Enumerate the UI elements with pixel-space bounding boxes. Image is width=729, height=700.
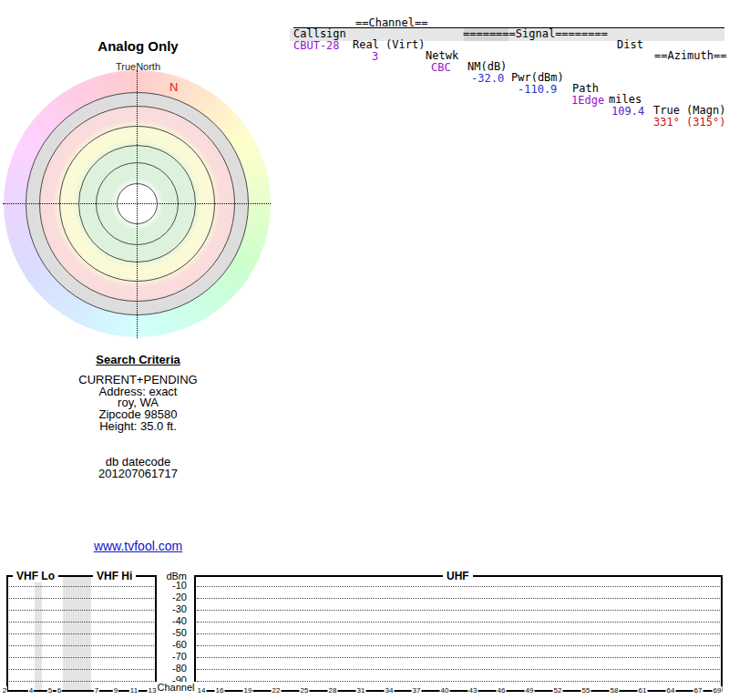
group-header-channel: ==Channel== [355, 17, 427, 28]
tvfool-report: ==Channel== ========Signal======== Dist … [0, 0, 729, 700]
cell-azimuth: 331° (315°) [653, 117, 725, 128]
gridline [9, 598, 154, 599]
channel-tick: 58 [610, 686, 620, 695]
channel-tick: 37 [412, 686, 422, 695]
channel-tick: 40 [440, 686, 450, 695]
channel-tick: 22 [272, 686, 282, 695]
y-tick: -10 [160, 581, 187, 591]
radar-vertical-axis [137, 70, 138, 338]
channel-tick: 14 [197, 686, 207, 695]
channel-tick: 19 [243, 686, 253, 695]
gridline [197, 598, 720, 599]
search-criteria: Search Criteria CURRENT+PENDING Address:… [28, 355, 248, 479]
gridline [9, 657, 154, 658]
vhf-hi-label: VHF Hi [93, 570, 136, 582]
channel-tick: 11 [129, 686, 139, 695]
channel-tick: 64 [666, 686, 676, 695]
gridline [197, 610, 720, 611]
col-header-pwr-dbm: Pwr(dBm) [511, 72, 564, 83]
vhf-lo-label: VHF Lo [13, 570, 58, 582]
group-header-azimuth: ==Azimuth== [654, 50, 726, 61]
channel-tick: 49 [525, 686, 535, 695]
channel-tick: 67 [693, 686, 703, 695]
y-tick: -40 [160, 616, 187, 626]
col-header-callsign: Callsign [293, 28, 346, 39]
search-criteria-line: Height: 35.0 ft. [28, 421, 248, 433]
gridline [197, 669, 720, 670]
group-header-signal: ========Signal======== [463, 28, 608, 39]
gridline [197, 645, 720, 646]
gridline [9, 610, 154, 611]
y-tick: -50 [160, 628, 187, 638]
channel-tick: 5 [47, 686, 53, 695]
col-header-nm-db: NM(dB) [467, 61, 507, 72]
channel-tick: 61 [638, 686, 648, 695]
channel-tick: 28 [328, 686, 338, 695]
channel-tick: 2 [2, 686, 7, 695]
db-datecode-value: 201207061717 [28, 468, 248, 480]
search-criteria-spacer [28, 433, 248, 457]
y-tick: -70 [160, 652, 187, 662]
channel-tick: 6 [56, 686, 62, 695]
uhf-panel [194, 575, 723, 692]
gridline [197, 657, 720, 658]
search-criteria-title: Search Criteria [28, 355, 248, 366]
gridline [9, 681, 154, 682]
radar-title: Analog Only [46, 38, 230, 54]
cell-nm-db: -32.0 [471, 73, 504, 84]
y-tick: -30 [160, 604, 187, 614]
gridline [9, 633, 154, 634]
y-tick: -20 [160, 592, 187, 602]
channel-tick: 31 [356, 686, 366, 695]
tvfool-link[interactable]: www.tvfool.com [94, 539, 182, 553]
gridline [197, 622, 720, 623]
channel-tick: 34 [385, 686, 395, 695]
channel-tick: 43 [468, 686, 478, 695]
cell-callsign[interactable]: CBUT-28 [293, 40, 340, 51]
uhf-label: UHF [443, 570, 473, 582]
channel-tick: 4 [28, 686, 34, 695]
gridline [197, 586, 720, 587]
gridline [9, 622, 154, 623]
channel-tick: 7 [94, 686, 99, 695]
channel-tick: 69 [713, 686, 723, 695]
cell-real-channel: 3 [372, 51, 378, 62]
cell-miles: 109.4 [611, 106, 644, 117]
north-marker: N [169, 80, 178, 94]
cell-pwr-dbm: -110.9 [518, 84, 557, 95]
col-header-miles: miles [609, 94, 642, 105]
gridline [197, 681, 720, 682]
channel-tick: 46 [497, 686, 507, 695]
channel-tick: 16 [215, 686, 225, 695]
gridline [197, 633, 720, 634]
group-header-dist: Dist [617, 39, 643, 50]
col-header-true-magn: True (Magn) [653, 105, 725, 116]
gridline [9, 645, 154, 646]
gridline [9, 586, 154, 587]
col-header-real-virt: Real (Virt) [353, 39, 425, 50]
vhf-panel [6, 575, 157, 692]
channel-tick: 9 [113, 686, 118, 695]
cell-netwk: CBC [431, 62, 451, 73]
channel-tick: 55 [581, 686, 591, 695]
channel-tick: 52 [553, 686, 563, 695]
y-tick: -80 [160, 664, 187, 674]
y-tick: -60 [160, 640, 187, 650]
col-header-path: Path [572, 83, 599, 94]
gridline [9, 669, 154, 670]
channel-tick: 13 [148, 686, 158, 695]
cell-path: 1Edge [571, 95, 604, 106]
col-header-netwk: Netwk [426, 50, 458, 61]
channel-tick: 25 [300, 686, 310, 695]
site-link-wrapper: www.tvfool.com [28, 539, 248, 553]
channel-axis-label: Channel [155, 682, 197, 693]
